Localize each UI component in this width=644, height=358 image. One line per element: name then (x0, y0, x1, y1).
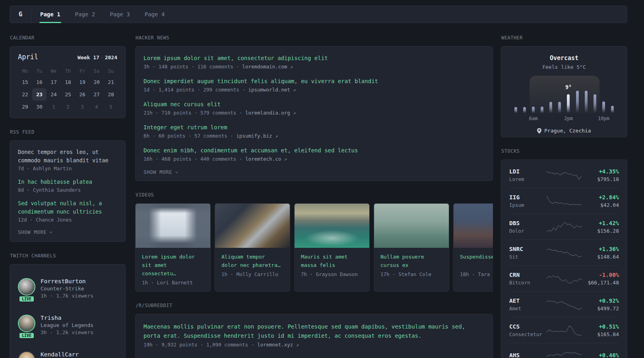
tab-page-3[interactable]: Page 3 (110, 6, 130, 23)
hackernews-item-domain[interactable]: loremtech.co (245, 156, 281, 162)
stock-row[interactable]: SNRCSit +1.36%$148.64 (509, 239, 619, 265)
hackernews-item-title[interactable]: Lorem ipsum dolor sit amet, consectetur … (144, 54, 485, 62)
stock-price: $156.28 (582, 228, 619, 234)
hackernews-item-title[interactable]: Donec imperdiet augue tincidunt felis al… (144, 77, 485, 86)
weather-bar (585, 91, 588, 113)
weather-hour-label: 10pm (598, 116, 609, 121)
twitch-channel-game: Counter-Strike (41, 286, 93, 292)
stock-symbol: IIG (509, 194, 546, 200)
stock-name: Consectetur (509, 331, 546, 337)
hackernews-item-domain[interactable]: loremlandia.org (245, 110, 290, 116)
stock-symbol: CCS (509, 323, 546, 330)
hackernews-item-title[interactable]: Integer eget rutrum lorem (144, 123, 485, 132)
calendar-day: 21 (104, 76, 118, 88)
calendar-day: 26 (75, 88, 89, 101)
weather-bar (576, 91, 579, 113)
stock-name: Dolor (509, 228, 546, 234)
hackernews-item-domain[interactable]: ipsumworld.net (248, 87, 290, 93)
video-card[interactable]: Nullam posuere cursus ex 17h · Stefan Co… (374, 203, 449, 292)
calendar-day: 17 (47, 76, 61, 88)
hackernews-item: Lorem ipsum dolor sit amet, consectetur … (144, 54, 485, 71)
external-link-icon: ↗ (293, 87, 296, 93)
hackernews-item-title[interactable]: Donec enim nibh, condimentum et accumsan… (144, 146, 485, 155)
hackernews-item-domain[interactable]: ipsumify.biz (236, 133, 272, 139)
dot-separator: · (101, 54, 104, 60)
subreddit-post-title[interactable]: Maecenas mollis pulvinar erat non posuer… (144, 322, 485, 340)
video-thumbnail (295, 204, 369, 248)
stock-row[interactable]: DBSDolor +1.42%$156.28 (509, 214, 619, 239)
weather-location-row: Prague, Czechia (509, 128, 619, 134)
weather-widget: Overcast Feels like 5°C 9° 6am2pm10pm Pr… (501, 46, 627, 137)
video-card[interactable]: Aliquam tempor dolor nec pharetra… 1h · … (215, 203, 290, 292)
calendar-day: 22 (18, 88, 32, 101)
stocks-widget: LDILorem +4.35%$795.18 IIGIpsum +2.84%$4… (501, 160, 627, 358)
avatar (18, 351, 35, 358)
calendar-year: 2024 (105, 54, 117, 60)
stock-sparkline (546, 297, 582, 311)
hackernews-item-meta: 3h · 148 points · 116 comments · (144, 64, 239, 70)
stock-row[interactable]: AETAmet +0.92%$499.72 (509, 291, 619, 317)
stock-change: +4.35% (582, 168, 619, 175)
weekday-label: Th (61, 66, 75, 76)
stock-row[interactable]: AHS +0.46% (509, 343, 619, 358)
rss-show-more-button[interactable]: SHOW MORE ⌄ (18, 229, 117, 235)
chevron-down-icon: ⌄ (49, 230, 52, 233)
weather-feels-like: Feels like 5°C (509, 64, 619, 70)
calendar-section-label: CALENDAR (10, 35, 122, 41)
stock-row[interactable]: LDILorem +4.35%$795.18 (509, 162, 619, 188)
stock-name: Amet (509, 305, 546, 311)
stock-sparkline (546, 323, 582, 337)
hackernews-item-meta: 21h · 710 points · 579 comments · (144, 110, 242, 116)
nav-tabs: Page 1 Page 2 Page 3 Page 4 (31, 6, 165, 23)
hackernews-show-more-button[interactable]: SHOW MORE ⌄ (144, 169, 485, 175)
video-title: Mauris sit amet massa felis (301, 253, 363, 269)
stock-row[interactable]: CCSConsectetur +0.51%$165.84 (509, 317, 619, 343)
external-link-icon: ↗ (275, 133, 278, 139)
subreddit-section-label: /R/SUBREDDIT (136, 303, 490, 308)
twitch-channel-name: Trisha (41, 315, 93, 321)
tab-page-1[interactable]: Page 1 (40, 6, 60, 23)
stock-row[interactable]: CRNBitcorn -1.00%$66,171.48 (509, 265, 619, 291)
avatar (18, 315, 35, 332)
weather-location: Prague, Czechia (544, 128, 591, 134)
weekday-label: Su (104, 66, 118, 76)
calendar-day: 20 (89, 76, 104, 88)
stock-symbol: AHS (509, 352, 546, 358)
weather-hour-axis: 6am2pm10pm (514, 116, 614, 122)
location-pin-icon (537, 128, 541, 134)
stock-change: +0.46% (582, 352, 619, 358)
twitch-channel-row[interactable]: LIVE ForrestBurton Counter-Strike 1h · 1… (18, 278, 117, 299)
stock-row[interactable]: IIGIpsum +2.84%$42.04 (509, 188, 619, 214)
rss-item-title[interactable]: Sed volutpat nulla nisl, a condimentum n… (18, 199, 117, 216)
rss-item-meta: 12d · Chance Jones (18, 217, 117, 223)
hackernews-item-domain[interactable]: loremdomain.com (242, 64, 287, 70)
hackernews-item-title[interactable]: Aliquam nec cursus elit (144, 100, 485, 109)
stock-price: $499.72 (582, 305, 619, 311)
rss-item-title[interactable]: Donec tempor eros leo, ut commodo mauris… (18, 148, 117, 165)
hackernews-item-meta: 6h · 60 points · 57 comments · (144, 133, 233, 139)
stock-change: -1.00% (582, 272, 619, 278)
tab-page-4[interactable]: Page 4 (145, 6, 165, 23)
stock-price: $165.84 (582, 331, 619, 337)
twitch-channel-row[interactable]: KendallCarr (18, 351, 117, 358)
calendar-day: 30 (32, 101, 47, 113)
rss-item-meta: 8d · Cynthia Saunders (18, 187, 117, 193)
calendar-day: 16 (32, 76, 47, 88)
weather-bar (567, 94, 570, 113)
weather-hour-label: 6am (529, 116, 538, 121)
tab-page-2[interactable]: Page 2 (75, 6, 95, 23)
stock-price: $148.64 (582, 254, 619, 260)
chevron-down-icon: ⌄ (175, 169, 178, 173)
video-card[interactable]: Suspendisse diam 18h · Tara (453, 203, 493, 292)
subreddit-post-domain[interactable]: loremnet.xyz (257, 342, 293, 348)
rss-item-title[interactable]: In hac habitasse platea (18, 178, 117, 186)
twitch-channel-row[interactable]: LIVE Trisha League of Legends 3h · 1.2k … (18, 315, 117, 335)
videos-widget: Lorem ipsum dolor sit amet consectetu… 1… (135, 203, 493, 292)
twitch-channel-meta: 3h · 1.2k viewers (41, 329, 93, 335)
video-meta: 17h · Stefan Cole (380, 271, 442, 277)
stock-change: +0.92% (582, 298, 619, 304)
stock-change: +2.84% (582, 194, 619, 200)
video-card[interactable]: Lorem ipsum dolor sit amet consectetu… 1… (135, 203, 211, 292)
weather-bar (611, 106, 614, 113)
video-card[interactable]: Mauris sit amet massa felis 7h · Grayson… (294, 203, 370, 292)
